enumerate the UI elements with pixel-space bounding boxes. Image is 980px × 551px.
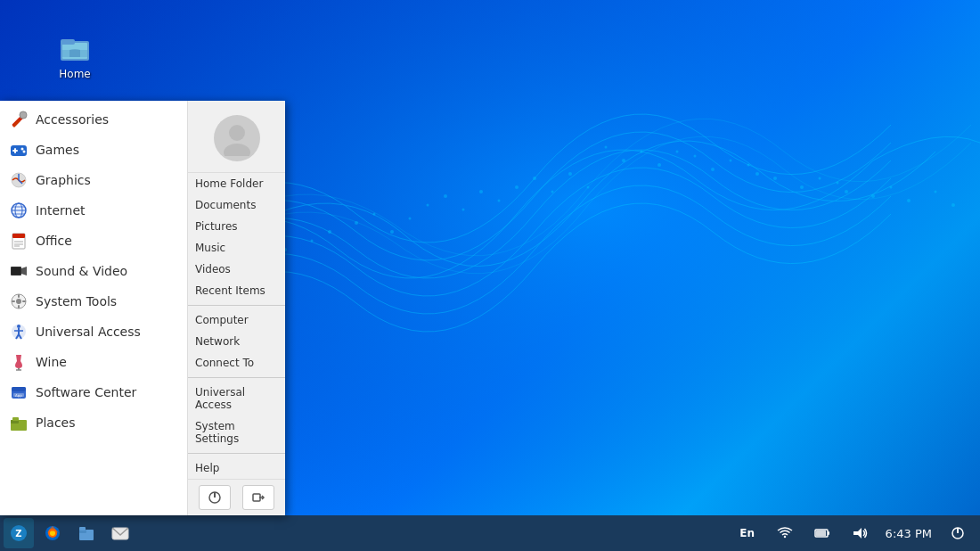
svg-point-3 [390,230,394,234]
svg-point-1 [355,221,358,225]
wine-icon [9,352,29,372]
svg-point-38 [951,203,955,207]
svg-point-4 [409,218,412,220]
svg-point-20 [819,177,821,180]
right-item-universal-access[interactable]: Universal Access [188,382,285,415]
svg-point-29 [605,146,608,149]
keyboard-label: En [739,527,755,539]
power-button[interactable] [199,485,231,510]
svg-point-21 [845,190,848,193]
menu-divider-1 [188,305,285,306]
menu-item-sound-video[interactable]: Sound & Video [0,256,187,286]
graphics-label: Graphics [36,173,91,187]
right-item-home-folder[interactable]: Home Folder [188,173,285,194]
right-item-documents[interactable]: Documents [188,194,285,216]
wifi-indicator[interactable] [770,518,800,548]
right-item-recent-items[interactable]: Recent Items [188,280,285,301]
universal-access-label: Universal Access [36,325,141,339]
menu-item-software-center[interactable]: App Software Center [0,377,187,407]
svg-rect-109 [816,530,826,536]
keyboard-layout-indicator[interactable]: En [732,518,763,548]
graphics-icon [9,170,29,190]
system-tools-label: System Tools [36,294,117,308]
svg-point-19 [800,185,804,189]
right-item-network[interactable]: Network [188,331,285,352]
svg-rect-91 [12,417,19,421]
svg-rect-73 [18,294,20,298]
files-button[interactable] [71,518,102,548]
right-item-pictures[interactable]: Pictures [188,216,285,237]
svg-point-10 [568,172,572,176]
menu-item-universal-access[interactable]: Universal Access [0,317,187,347]
universal-access-icon [9,322,29,341]
svg-point-33 [837,182,839,185]
internet-label: Internet [36,203,86,218]
svg-rect-86 [12,387,26,391]
svg-text:App: App [15,393,22,398]
wine-label: Wine [36,355,67,369]
menu-item-graphics[interactable]: Graphics [0,165,187,195]
places-list: Home Folder Documents Pictures Music Vid… [188,173,285,479]
menu-item-accessories[interactable]: Accessories [0,104,187,135]
taskbar: Z [0,515,980,551]
menu-item-internet[interactable]: Internet [0,195,187,226]
system-tools-icon [9,292,29,311]
svg-marker-110 [853,528,862,539]
svg-point-32 [773,177,777,180]
right-item-music[interactable]: Music [188,237,285,259]
svg-rect-70 [12,267,20,275]
svg-point-16 [711,168,715,171]
svg-point-35 [890,186,893,189]
start-menu: Accessories Games [0,101,285,515]
menu-item-places[interactable]: Places [0,407,187,438]
logout-button[interactable] [242,485,274,510]
svg-point-55 [21,148,24,151]
svg-point-23 [328,230,331,234]
svg-point-9 [551,191,554,193]
svg-point-31 [747,164,750,167]
svg-point-26 [427,204,429,207]
sound-video-label: Sound & Video [36,264,127,278]
accessories-icon [9,110,29,129]
svg-marker-69 [21,267,27,276]
svg-point-15 [676,151,679,153]
svg-rect-96 [253,494,260,501]
home-icon-label: Home [59,68,90,80]
svg-point-11 [587,186,590,189]
menu-divider-3 [188,453,285,454]
menu-item-office[interactable]: Office [0,226,187,256]
svg-point-2 [373,213,376,216]
right-item-computer[interactable]: Computer [188,309,285,331]
svg-point-5 [444,194,447,198]
taskbar-left: Z [0,518,139,548]
svg-point-50 [20,111,27,119]
office-icon [9,231,29,251]
svg-point-56 [23,151,26,153]
home-folder-icon [53,21,96,64]
battery-indicator[interactable] [807,518,837,548]
svg-point-7 [479,190,483,193]
zorin-menu-button[interactable]: Z [4,518,34,548]
svg-rect-76 [22,300,26,302]
svg-point-93 [224,144,250,156]
accessories-label: Accessories [36,112,109,127]
svg-point-34 [871,194,875,198]
svg-rect-64 [12,234,25,238]
menu-item-games[interactable]: Games [0,135,187,165]
games-icon [9,140,29,160]
right-item-connect-to[interactable]: Connect To [188,352,285,374]
right-item-system-settings[interactable]: System Settings [188,415,285,449]
desktop-icon-home[interactable]: Home [39,18,110,84]
right-item-videos[interactable]: Videos [188,259,285,280]
menu-item-wine[interactable]: Wine [0,347,187,377]
mail-button[interactable] [105,518,135,548]
right-item-help[interactable]: Help [188,457,285,479]
svg-point-12 [622,159,625,162]
firefox-button[interactable] [37,518,68,548]
internet-icon [9,201,29,220]
menu-item-system-tools[interactable]: System Tools [0,286,187,317]
power-indicator[interactable] [943,518,973,548]
volume-indicator[interactable] [845,518,875,548]
svg-point-13 [641,151,643,153]
svg-point-92 [229,125,245,141]
